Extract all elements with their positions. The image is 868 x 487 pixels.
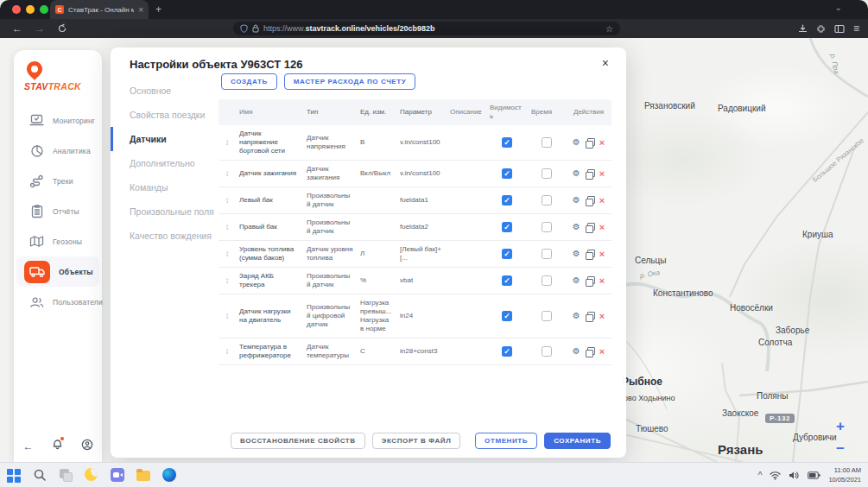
sidebar-item-3[interactable]: Отчёты (14, 196, 102, 226)
visibility-checkbox[interactable]: ✓ (502, 346, 512, 357)
copy-icon[interactable] (586, 138, 594, 147)
delete-icon[interactable]: × (599, 347, 605, 356)
taskbar-clock[interactable]: 11:00 AM 10/05/2021 (828, 466, 861, 484)
menu-icon[interactable]: ≡ (853, 22, 859, 35)
create-sensor-button[interactable]: СОЗДАТЬ (221, 73, 277, 90)
reload-button[interactable] (57, 23, 67, 34)
restore-properties-button[interactable]: ВОССТАНОВЛЕНИЕ СВОЙСТВ (231, 433, 365, 449)
sidebar-item-0[interactable]: Мониторинг (14, 105, 102, 136)
time-checkbox[interactable] (542, 195, 552, 206)
modal-close-icon[interactable]: × (602, 56, 609, 70)
lock-icon[interactable] (252, 24, 259, 33)
sidebar-item-1[interactable]: Аналитика (14, 136, 102, 166)
drag-handle-icon[interactable]: ↕ (225, 222, 230, 231)
visibility-checkbox[interactable]: ✓ (502, 311, 512, 321)
settings-gear-icon[interactable]: ⚙ (573, 250, 580, 258)
delete-icon[interactable]: × (599, 223, 605, 231)
visibility-checkbox[interactable]: ✓ (502, 249, 512, 259)
tracking-shield-icon[interactable] (240, 24, 248, 33)
sidebar-item-5[interactable]: Объекты (16, 256, 99, 287)
sidebar-item-6[interactable]: Пользователи (14, 287, 102, 317)
moon-app-icon[interactable] (85, 468, 99, 483)
time-checkbox[interactable] (542, 168, 552, 179)
sidebar-item-4[interactable]: Геозоны (14, 226, 102, 256)
visibility-checkbox[interactable]: ✓ (502, 137, 512, 148)
map-zoom-out-button[interactable]: − (832, 440, 849, 458)
browser-tab[interactable]: C СтавТрак - Онлайн мониторин × (50, 0, 149, 19)
delete-icon[interactable]: × (599, 169, 605, 178)
copy-icon[interactable] (586, 250, 594, 258)
copy-icon[interactable] (586, 169, 594, 178)
wifi-icon[interactable] (770, 471, 781, 480)
modal-nav-item-4[interactable]: Команды (111, 175, 219, 199)
drag-handle-icon[interactable]: ↕ (225, 311, 230, 320)
edge-browser-icon[interactable] (162, 468, 177, 483)
cancel-button[interactable]: ОТМЕНИТЬ (475, 433, 537, 449)
copy-icon[interactable] (586, 223, 594, 231)
collapse-sidebar-icon[interactable]: ← (23, 440, 34, 452)
modal-nav-item-5[interactable]: Произвольные поля (111, 199, 219, 224)
new-tab-button[interactable]: + (155, 3, 162, 16)
time-checkbox[interactable] (542, 137, 552, 148)
extensions-icon[interactable] (816, 24, 826, 34)
map-zoom-in-button[interactable]: + (832, 418, 849, 435)
drag-handle-icon[interactable]: ↕ (225, 275, 230, 285)
time-checkbox[interactable] (542, 249, 552, 259)
volume-icon[interactable] (789, 471, 800, 480)
time-checkbox[interactable] (542, 222, 552, 232)
modal-nav-item-1[interactable]: Свойства поездки (111, 103, 219, 127)
battery-icon[interactable] (808, 471, 820, 479)
drag-handle-icon[interactable]: ↕ (225, 346, 230, 356)
modal-nav-item-2[interactable]: Датчики (111, 127, 219, 151)
window-maximize-button[interactable] (40, 5, 48, 14)
back-button[interactable]: ← (12, 19, 22, 38)
search-icon[interactable] (33, 468, 48, 483)
file-explorer-icon[interactable] (136, 468, 151, 483)
drag-handle-icon[interactable]: ↕ (225, 168, 230, 178)
drag-handle-icon[interactable]: ↕ (225, 249, 230, 258)
time-checkbox[interactable] (542, 311, 552, 321)
settings-gear-icon[interactable]: ⚙ (573, 196, 580, 205)
visibility-checkbox[interactable]: ✓ (502, 195, 512, 206)
time-checkbox[interactable] (542, 275, 552, 286)
drag-handle-icon[interactable]: ↕ (225, 195, 230, 205)
copy-icon[interactable] (586, 312, 594, 320)
drag-handle-icon[interactable]: ↕ (225, 137, 230, 147)
delete-icon[interactable]: × (599, 196, 605, 205)
forward-button[interactable]: → (35, 19, 45, 38)
url-bar[interactable]: https://www.stavtrack.online/vehicles/20… (233, 22, 620, 35)
copy-icon[interactable] (586, 276, 594, 285)
chat-app-icon[interactable] (111, 468, 125, 483)
profile-icon[interactable] (81, 439, 93, 453)
delete-icon[interactable]: × (599, 250, 605, 258)
modal-nav-item-0[interactable]: Основное (111, 79, 219, 103)
settings-gear-icon[interactable]: ⚙ (573, 169, 580, 178)
fuel-wizard-button[interactable]: МАСТЕР РАСХОДА ПО СЧЕТУ (284, 73, 416, 90)
tray-chevron-up-icon[interactable]: ^ (758, 471, 763, 480)
bookmark-star-icon[interactable]: ☆ (605, 24, 613, 34)
visibility-checkbox[interactable]: ✓ (502, 168, 512, 179)
modal-nav-item-3[interactable]: Дополнительно (111, 151, 219, 175)
tab-close-icon[interactable]: × (138, 5, 143, 15)
settings-gear-icon[interactable]: ⚙ (573, 138, 580, 147)
downloads-icon[interactable] (798, 24, 808, 34)
window-minimize-button[interactable] (26, 5, 35, 14)
window-close-button[interactable] (12, 5, 21, 14)
sidebar-panel-icon[interactable] (834, 24, 845, 34)
settings-gear-icon[interactable]: ⚙ (573, 347, 580, 356)
tab-list-chevron-icon[interactable]: ⌄ (835, 3, 842, 12)
start-button-icon[interactable] (7, 468, 22, 483)
delete-icon[interactable]: × (599, 138, 605, 147)
settings-gear-icon[interactable]: ⚙ (573, 276, 580, 285)
copy-icon[interactable] (586, 196, 594, 205)
save-button[interactable]: СОХРАНИТЬ (544, 433, 611, 449)
delete-icon[interactable]: × (599, 312, 605, 320)
settings-gear-icon[interactable]: ⚙ (573, 223, 580, 231)
notifications-bell-icon[interactable] (52, 439, 63, 453)
stavtrack-logo[interactable]: STAVTRACK (22, 60, 97, 95)
export-to-file-button[interactable]: ЭКСПОРТ В ФАЙЛ (372, 433, 461, 449)
settings-gear-icon[interactable]: ⚙ (573, 312, 580, 320)
delete-icon[interactable]: × (599, 276, 605, 285)
time-checkbox[interactable] (542, 346, 552, 357)
visibility-checkbox[interactable]: ✓ (502, 275, 512, 286)
